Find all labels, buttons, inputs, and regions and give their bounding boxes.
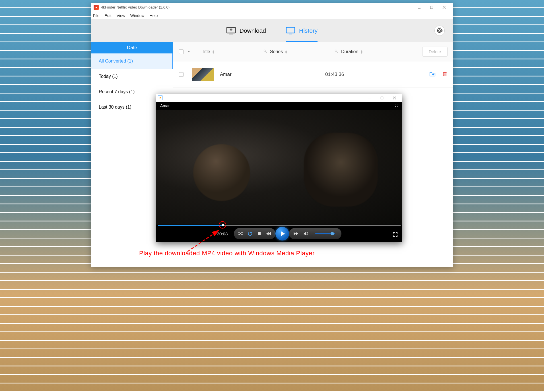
svg-rect-6 xyxy=(286,27,295,33)
tab-bar: Download History xyxy=(91,19,453,42)
player-close-button[interactable] xyxy=(388,94,401,101)
controls-pill-right xyxy=(289,228,341,239)
close-button[interactable] xyxy=(438,3,450,12)
seek-progress xyxy=(158,225,223,226)
settings-button[interactable] xyxy=(434,26,445,36)
tab-history[interactable]: History xyxy=(286,19,318,42)
table-row[interactable]: Amar 01:43:36 xyxy=(173,61,453,88)
app-icon: ● xyxy=(94,5,99,10)
player-controls: 30:08 xyxy=(156,227,402,240)
svg-point-8 xyxy=(264,50,266,52)
search-icon[interactable] xyxy=(263,49,267,54)
menu-help[interactable]: Help xyxy=(150,13,158,18)
volume-button[interactable] xyxy=(303,231,308,236)
rewind-button[interactable] xyxy=(266,232,271,236)
player-header: Amar ∷ xyxy=(156,102,402,110)
player-video-title: Amar xyxy=(160,103,170,108)
table-header: ▼ Title ▲▼ Series ▲▼ Duration ▲▼ Delete xyxy=(173,42,453,61)
column-series-label: Series xyxy=(270,49,283,54)
video-display[interactable] xyxy=(156,110,402,225)
titlebar: ● 4kFinder Netflix Video Downloader (1.6… xyxy=(91,3,453,12)
sort-icon: ▲▼ xyxy=(360,50,363,53)
gear-icon xyxy=(436,28,443,34)
wmp-icon xyxy=(158,96,162,100)
forward-button[interactable] xyxy=(293,232,299,236)
shuffle-button[interactable] xyxy=(238,231,243,236)
repeat-button[interactable] xyxy=(248,231,253,236)
menu-edit[interactable]: Edit xyxy=(105,13,112,18)
tab-download-label: Download xyxy=(240,27,266,34)
menu-file[interactable]: File xyxy=(93,13,100,18)
sort-icon: ▲▼ xyxy=(212,50,215,53)
player-minimize-button[interactable] xyxy=(363,94,376,101)
svg-line-9 xyxy=(266,51,267,53)
player-titlebar xyxy=(156,94,402,102)
filter-today[interactable]: Today (1) xyxy=(91,69,173,84)
row-duration: 01:43:36 xyxy=(325,72,388,77)
stop-button[interactable] xyxy=(257,232,261,236)
download-icon xyxy=(226,27,236,34)
minimize-button[interactable] xyxy=(413,3,425,12)
video-content xyxy=(193,144,250,201)
filter-all-converted[interactable]: All Converted (1) xyxy=(91,53,173,69)
svg-rect-17 xyxy=(258,232,261,235)
chevron-down-icon[interactable]: ▼ xyxy=(187,50,190,53)
menubar: File Edit View Window Help xyxy=(91,12,453,19)
sort-icon: ▲▼ xyxy=(285,50,288,53)
window-title: 4kFinder Netflix Video Downloader (1.6.0… xyxy=(101,5,413,9)
app-window: ● 4kFinder Netflix Video Downloader (1.6… xyxy=(91,3,453,267)
elapsed-time: 30:08 xyxy=(217,231,228,236)
delete-button[interactable]: Delete xyxy=(422,47,448,57)
fullscreen-button[interactable] xyxy=(393,232,398,238)
play-button[interactable] xyxy=(275,227,289,240)
svg-point-10 xyxy=(335,50,337,52)
column-title[interactable]: Title ▲▼ xyxy=(202,49,267,54)
open-folder-button[interactable] xyxy=(429,71,436,78)
menu-view[interactable]: View xyxy=(117,13,125,18)
menu-window[interactable]: Window xyxy=(130,13,145,18)
video-content xyxy=(304,133,378,207)
seek-bar[interactable] xyxy=(158,225,401,226)
maximize-button[interactable] xyxy=(425,3,438,12)
svg-rect-1 xyxy=(430,6,433,9)
svg-line-11 xyxy=(337,51,338,53)
select-all-checkbox[interactable] xyxy=(179,49,184,54)
video-thumbnail xyxy=(192,68,214,81)
tab-history-label: History xyxy=(299,27,318,34)
delete-row-button[interactable] xyxy=(442,71,448,78)
search-icon[interactable] xyxy=(334,49,338,54)
column-title-label: Title xyxy=(202,49,210,54)
column-duration[interactable]: Duration ▲▼ xyxy=(341,49,409,54)
monitor-icon xyxy=(286,27,295,34)
controls-pill-left xyxy=(234,228,275,239)
row-actions xyxy=(429,71,448,78)
sidebar-header: Date xyxy=(91,42,173,53)
volume-slider[interactable] xyxy=(315,233,335,234)
player-maximize-button[interactable] xyxy=(376,94,388,101)
media-player-window: Amar ∷ 30:08 xyxy=(156,94,402,242)
player-view-button[interactable]: ∷ xyxy=(395,103,398,108)
column-series[interactable]: Series ▲▼ xyxy=(270,49,338,54)
svg-rect-13 xyxy=(381,97,383,99)
tab-download[interactable]: Download xyxy=(226,19,266,42)
column-duration-label: Duration xyxy=(341,49,358,54)
annotation-text: Play the downloaded MP4 video with Windo… xyxy=(139,250,315,257)
row-checkbox[interactable] xyxy=(179,72,184,77)
annotation-circle xyxy=(219,221,226,229)
row-title: Amar xyxy=(220,72,257,77)
